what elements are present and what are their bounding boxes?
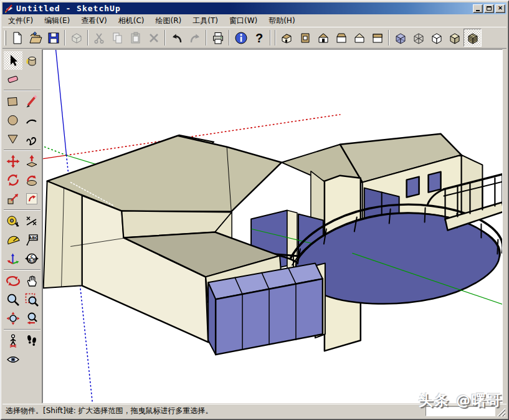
paste-button[interactable] [126,29,145,47]
view-left-button[interactable] [368,29,386,47]
undo-button[interactable] [168,29,186,47]
person-icon [6,333,21,348]
arc-tool[interactable] [22,111,41,130]
style-shaded-button[interactable] [445,29,464,47]
save-button[interactable] [44,29,62,47]
palette-separator [4,150,40,151]
svg-text:A-5: A-5 [28,259,35,262]
menu-file[interactable]: 文件(F) [2,14,39,27]
help-button[interactable]: ? [250,29,268,47]
print-button[interactable] [209,29,227,47]
toolbar-separator [270,30,271,45]
freehand-tool[interactable] [22,130,41,148]
walk-tool[interactable] [22,332,41,350]
view-top-button[interactable] [296,29,314,47]
eraser-tool[interactable] [4,70,22,88]
menu-tools[interactable]: 工具(T) [187,14,224,27]
open-button[interactable] [26,29,44,47]
redo-arrow-icon [188,31,202,45]
magnifier-extents-icon [6,311,21,326]
redo-button[interactable] [186,29,204,47]
style-hidden-line-button[interactable] [427,29,445,47]
rotate-tool[interactable] [4,171,22,189]
select-tool[interactable] [4,51,22,70]
shaded-cube-icon [448,31,462,45]
offset-tool[interactable] [22,189,41,208]
paint-bucket-icon [24,53,39,68]
protractor-tool[interactable] [4,231,22,249]
text-tool[interactable]: ABC [22,231,41,249]
axes-tool[interactable] [4,249,22,268]
model-3d-canvas[interactable] [43,50,503,403]
position-camera-tool[interactable] [4,332,22,350]
menu-draw[interactable]: 绘图(R) [150,14,188,27]
front-view-icon [316,31,330,45]
view-iso-button[interactable] [278,29,296,47]
menu-camera[interactable]: 相机(C) [113,14,150,27]
viewport[interactable] [42,49,503,403]
rotate-arrows-icon [6,173,21,188]
axes-rgb-icon [6,251,21,266]
menu-window[interactable]: 窗口(W) [224,14,263,27]
copy-button[interactable] [108,29,126,47]
zoom-previous-tool[interactable] [22,309,41,328]
close-button[interactable]: ✕ [495,4,505,13]
dimension-tool[interactable] [22,212,41,231]
zoom-window-tool[interactable] [22,290,41,309]
cut-button[interactable] [90,29,108,47]
follow-me-tool[interactable] [22,171,41,189]
circle-tool[interactable] [4,111,22,130]
menu-edit[interactable]: 编辑(E) [39,14,75,27]
wireframe-cube-icon [412,31,426,45]
view-right-button[interactable] [332,29,350,47]
zoom-tool[interactable] [4,290,22,309]
view-back-button[interactable] [350,29,368,47]
svg-text:ABC: ABC [29,236,38,241]
rectangle-tool[interactable] [4,92,22,111]
move-tool[interactable] [4,152,22,171]
style-xray-button[interactable] [391,29,409,47]
eraser-icon [6,72,21,87]
top-view-icon [298,31,312,45]
minimize-button[interactable] [473,4,483,13]
zoom-extents-tool[interactable] [4,309,22,328]
erase-button[interactable] [145,29,163,47]
follow-me-icon [24,173,39,188]
toolbar-separator [164,30,166,45]
menu-help[interactable]: 帮助(H) [263,14,300,27]
line-tool[interactable] [22,92,41,111]
sketchup-window: Untitled - SketchUp ✕ 文件(F) 编辑(E) 查看(V) … [0,0,509,420]
orbit-tool[interactable] [4,272,22,290]
make-component-button[interactable] [67,29,85,47]
open-folder-icon [29,31,42,45]
hidden-line-cube-icon [430,31,444,45]
toolbar-grip[interactable] [4,31,6,45]
style-wireframe-button[interactable] [409,29,427,47]
tape-measure-tool[interactable] [4,212,22,231]
toolbar-separator [229,30,230,45]
new-document-icon [11,31,24,45]
pan-tool[interactable] [22,272,41,290]
pages-tool[interactable]: CA-5 [22,249,41,268]
view-front-button[interactable] [314,29,332,47]
style-shaded-textures-button[interactable] [464,29,482,47]
magnifier-icon [6,292,21,307]
push-pull-tool[interactable] [22,152,41,171]
menu-view[interactable]: 查看(V) [75,14,113,27]
titlebar[interactable]: Untitled - SketchUp ✕ [2,2,507,14]
maximize-button[interactable] [484,4,494,13]
save-floppy-icon [47,31,60,45]
look-around-tool[interactable] [4,350,22,369]
new-button[interactable] [8,29,26,47]
measurement-box[interactable] [426,406,495,416]
right-view-icon [335,31,348,45]
paint-bucket-tool[interactable] [22,51,41,70]
toolbar-separator [206,30,207,45]
entity-info-button[interactable] [232,29,250,47]
magnifier-window-icon [24,292,39,307]
resize-grip[interactable] [497,408,505,416]
orbit-icon [6,274,21,289]
scale-tool[interactable] [4,189,22,208]
minimize-icon [476,10,480,11]
polygon-tool[interactable] [4,130,22,148]
